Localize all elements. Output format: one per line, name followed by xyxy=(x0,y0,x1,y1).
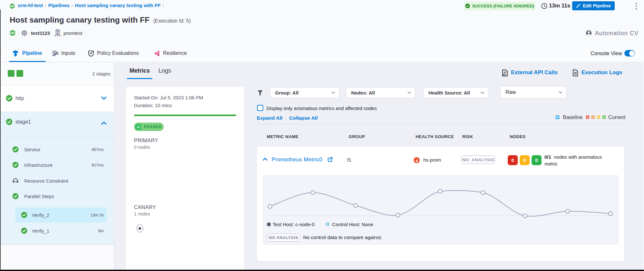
svg-text:API: API xyxy=(503,74,506,76)
